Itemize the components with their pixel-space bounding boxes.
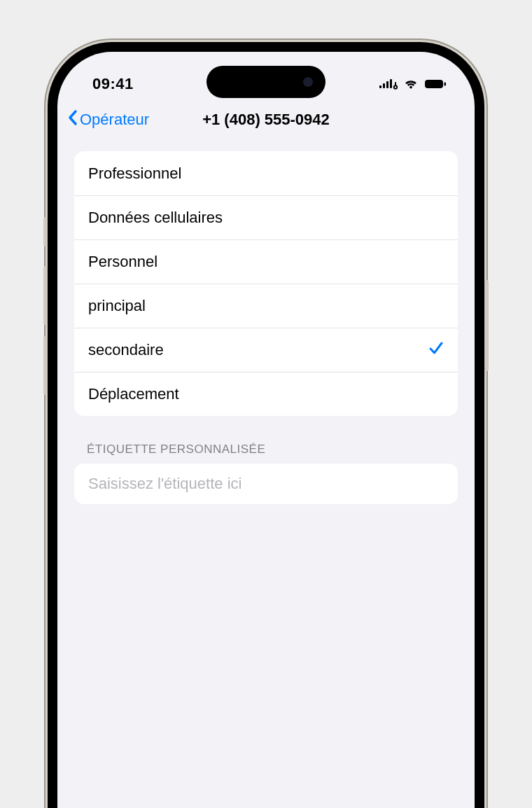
custom-label-input-group xyxy=(74,464,458,504)
battery-icon xyxy=(424,78,447,90)
label-option-text: Personnel xyxy=(88,253,158,271)
status-time: 09:41 xyxy=(92,75,134,93)
svg-rect-6 xyxy=(425,80,443,88)
svg-rect-1 xyxy=(383,83,385,88)
checkmark-icon xyxy=(428,340,444,360)
svg-rect-3 xyxy=(390,79,392,88)
status-icons xyxy=(379,78,447,90)
dual-sim-signal-icon xyxy=(379,78,398,90)
svg-rect-0 xyxy=(379,85,382,88)
label-option-text: Professionnel xyxy=(88,165,181,183)
label-option[interactable]: Personnel xyxy=(74,239,458,284)
side-button xyxy=(484,280,489,371)
label-option[interactable]: Professionnel xyxy=(74,151,458,195)
volume-down-button xyxy=(43,336,48,395)
phone-frame: 09:41 xyxy=(48,42,484,808)
wifi-icon xyxy=(403,78,419,90)
label-options-group: ProfessionnelDonnées cellulairesPersonne… xyxy=(74,151,458,416)
label-option-text: Déplacement xyxy=(88,385,179,403)
svg-rect-2 xyxy=(386,81,388,88)
label-option-text: Données cellulaires xyxy=(88,209,223,227)
volume-up-button xyxy=(43,266,48,325)
content: ProfessionnelDonnées cellulairesPersonne… xyxy=(57,139,475,504)
label-option[interactable]: secondaire xyxy=(74,328,458,372)
label-option[interactable]: Déplacement xyxy=(74,372,458,416)
chevron-left-icon xyxy=(67,109,78,130)
mute-switch xyxy=(43,217,48,246)
label-option[interactable]: Données cellulaires xyxy=(74,195,458,239)
label-option-text: principal xyxy=(88,297,146,315)
label-option-text: secondaire xyxy=(88,341,164,359)
back-label: Opérateur xyxy=(80,111,149,129)
svg-rect-7 xyxy=(444,83,447,86)
screen: 09:41 xyxy=(57,52,475,808)
custom-label-header: Étiquette personnalisée xyxy=(74,416,458,464)
back-button[interactable]: Opérateur xyxy=(67,109,149,130)
nav-bar: Opérateur +1 (408) 555-0942 xyxy=(57,101,475,139)
custom-label-input[interactable] xyxy=(88,475,444,493)
dynamic-island xyxy=(206,66,326,98)
label-option[interactable]: principal xyxy=(74,284,458,328)
